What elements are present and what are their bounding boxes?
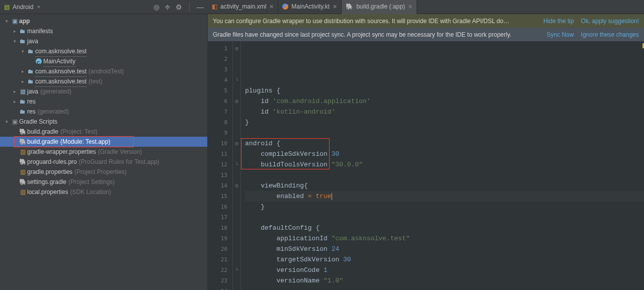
fold-toggle[interactable]: ⊟ xyxy=(233,138,240,149)
code-line[interactable] xyxy=(245,170,644,180)
tree-item[interactable]: ▥local.properties (SDK Location) xyxy=(0,187,207,197)
code-line[interactable]: compileSdkVersion 30 xyxy=(245,149,644,159)
topbar: ▤ Android ▼ ◎ ≑ ⚙ — ◧activity_main.xml✕M… xyxy=(0,0,644,14)
expand-caret-icon[interactable]: ▾ xyxy=(19,46,26,56)
gear-icon[interactable]: ⚙ xyxy=(176,3,182,11)
folder-icon: 🖿 xyxy=(26,76,35,86)
code-line[interactable]: versionName "1.0" xyxy=(245,275,644,286)
tree-item[interactable]: ▸🖿manifests xyxy=(0,26,207,36)
tree-item[interactable]: ▾🖿com.asknsolve.test xyxy=(0,46,207,56)
expand-caret-icon[interactable]: ▸ xyxy=(19,66,26,76)
code-line[interactable]: } xyxy=(245,202,644,212)
fold-toggle[interactable]: └ xyxy=(233,265,240,275)
editor-tab[interactable]: MainActivity.kt✕ xyxy=(278,0,342,14)
line-number: 11 xyxy=(208,149,232,159)
fold-toggle[interactable]: ⊟ xyxy=(233,180,240,191)
code-line[interactable] xyxy=(245,212,644,223)
code-line[interactable]: targetSdkVersion 30 xyxy=(245,254,644,265)
fold-toggle[interactable]: ⊟ xyxy=(233,96,240,107)
editor-tab[interactable]: ◧activity_main.xml✕ xyxy=(208,0,278,14)
ignore-changes-link[interactable]: Ignore these changes xyxy=(581,31,639,38)
hide-tip-link[interactable]: Hide the tip xyxy=(543,18,574,25)
code-line[interactable]: id 'kotlin-android' xyxy=(245,107,644,117)
tree-item[interactable]: ▸▦java (generated) xyxy=(0,86,207,96)
expand-caret-icon[interactable]: ▸ xyxy=(11,96,18,107)
code-line[interactable]: plugins { xyxy=(245,85,644,96)
tree-item-label: java xyxy=(27,36,38,46)
fold-gutter[interactable]: ⊟└⊟⊟└⊟└⊟ xyxy=(233,41,241,290)
fold-toggle[interactable]: ⊟ xyxy=(233,43,240,54)
expand-caret-icon[interactable]: ▾ xyxy=(11,36,18,46)
code-line[interactable]: android { xyxy=(245,138,644,149)
tree-item-label: com.asknsolve.test xyxy=(35,76,87,87)
folder-icon: 🖿 xyxy=(18,107,27,117)
gradle-file-icon: 🐘 xyxy=(18,127,27,137)
tree-item[interactable]: 🐘settings.gradle (Project Settings) xyxy=(0,177,207,187)
tree-item[interactable]: 🐘build.gradle (Project: Test) xyxy=(0,127,207,137)
tree-item[interactable]: ▥gradle.properties (Project Properties) xyxy=(0,167,207,177)
line-number: 19 xyxy=(208,233,232,244)
folder-icon: 🖿 xyxy=(18,36,27,46)
tree-item[interactable]: ▾▣app xyxy=(0,16,207,26)
gradle-file-icon: 🐘 xyxy=(18,137,27,147)
minimize-icon[interactable]: — xyxy=(197,3,204,11)
tree-item-label: proguard-rules.pro xyxy=(27,157,77,167)
fold-toggle[interactable]: ⊟ xyxy=(233,286,240,290)
sync-now-link[interactable]: Sync Now xyxy=(547,31,574,38)
fold-toggle xyxy=(233,212,240,223)
close-icon[interactable]: ✕ xyxy=(333,4,337,10)
code-content[interactable]: plugins { id 'com.android.application' i… xyxy=(241,41,644,290)
code-line[interactable]: defaultConfig { xyxy=(245,223,644,233)
fold-toggle xyxy=(233,254,240,265)
expand-caret-icon[interactable]: ▸ xyxy=(19,76,26,86)
code-line[interactable] xyxy=(245,286,644,290)
code-line[interactable]: id 'com.android.application' xyxy=(245,96,644,107)
code-line[interactable]: buildToolsVersion "30.0.0" xyxy=(245,159,644,170)
tree-item-suffix: (Project: Test) xyxy=(60,127,98,137)
collapse-icon[interactable]: ≑ xyxy=(165,3,171,11)
code-line[interactable] xyxy=(245,128,644,138)
tree-item[interactable]: ▥gradle-wrapper.properties (Gradle Versi… xyxy=(0,147,207,157)
fold-toggle[interactable]: └ xyxy=(233,159,240,170)
close-icon[interactable]: ✕ xyxy=(408,4,413,10)
tree-item[interactable]: ▾▣Gradle Scripts xyxy=(0,117,207,127)
line-number: 5 xyxy=(208,85,232,96)
close-icon[interactable]: ✕ xyxy=(269,4,274,10)
gradle-folder-icon: ▣ xyxy=(10,117,19,127)
tree-item-label: gradle.properties xyxy=(27,167,72,177)
tree-item[interactable]: ▾🖿java xyxy=(0,36,207,46)
expand-caret-icon[interactable]: ▸ xyxy=(11,86,18,96)
line-number: 7 xyxy=(208,107,232,117)
tree-item[interactable]: ▸🖿com.asknsolve.test (test) xyxy=(0,76,207,86)
project-tree[interactable]: ▾▣app▸🖿manifests▾🖿java▾🖿com.asknsolve.te… xyxy=(0,14,208,290)
code-editor[interactable]: 123456789101112131415161718192021222324 … xyxy=(208,41,644,290)
code-line[interactable]: } xyxy=(245,117,644,128)
tree-item[interactable]: 🐘proguard-rules.pro (ProGuard Rules for … xyxy=(0,157,207,167)
line-number: 13 xyxy=(208,170,232,180)
project-view-dropdown[interactable]: ▤ Android ▼ xyxy=(4,4,41,11)
tree-item[interactable]: 🐘build.gradle (Module: Test.app) xyxy=(0,137,207,147)
code-line[interactable]: applicationId "com.asknsolve.test" xyxy=(245,233,644,244)
properties-file-icon: ▥ xyxy=(18,147,27,157)
kotlin-file-icon xyxy=(282,4,288,10)
code-line[interactable]: minSdkVersion 24 xyxy=(245,244,644,254)
code-line[interactable]: versionCode 1 xyxy=(245,265,644,275)
code-line[interactable]: viewBinding{ xyxy=(245,180,644,191)
expand-caret-icon[interactable]: ▾ xyxy=(3,16,10,26)
tree-item-label: java xyxy=(27,86,38,96)
fold-toggle[interactable]: └ xyxy=(233,75,240,85)
module-icon: ▣ xyxy=(10,16,19,26)
editor-tab[interactable]: 🐘build.gradle (:app)✕ xyxy=(342,0,417,14)
code-line[interactable]: enabled = true xyxy=(245,191,644,202)
expand-caret-icon[interactable]: ▸ xyxy=(11,26,18,36)
fold-toggle xyxy=(233,223,240,233)
tree-item[interactable]: ▸🖿res xyxy=(0,96,207,107)
tree-item[interactable]: 🖿res (generated) xyxy=(0,107,207,117)
tree-item[interactable]: MainActivity xyxy=(0,56,207,66)
tree-item[interactable]: ▸🖿com.asknsolve.test (androidTest) xyxy=(0,66,207,76)
expand-caret-icon[interactable]: ▾ xyxy=(3,117,10,127)
tree-item-suffix: (ProGuard Rules for Test.app) xyxy=(79,157,159,167)
target-icon[interactable]: ◎ xyxy=(153,3,159,11)
gradle-file-icon: 🐘 xyxy=(18,157,27,167)
apply-suggestion-link[interactable]: Ok, apply suggestion! xyxy=(581,18,639,25)
